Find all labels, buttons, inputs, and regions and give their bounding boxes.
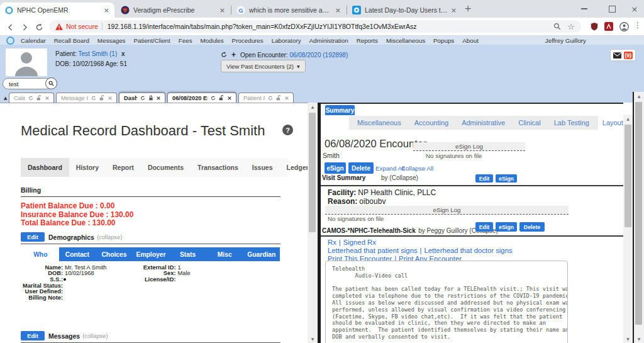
maximize-button[interactable] <box>601 0 623 18</box>
tab-refresh-icon[interactable] <box>28 96 33 101</box>
patient-close-icon[interactable]: x <box>121 50 125 57</box>
ublock-extension-icon[interactable] <box>590 22 599 33</box>
demo-tab-who[interactable]: Who <box>22 247 59 261</box>
scroll-up-arrow[interactable]: ▲ <box>623 115 633 123</box>
help-icon[interactable]: ? <box>282 125 293 135</box>
address-bar[interactable]: Not secure 192.168.1.19/interface/main/t… <box>49 20 581 33</box>
nav-item-messages[interactable]: Messages <box>97 37 126 44</box>
encounter-link-signed-rx[interactable]: Signed Rx <box>343 239 376 246</box>
search-input[interactable] <box>8 79 45 88</box>
delete-button[interactable]: Delete <box>348 162 374 174</box>
add-encounter-icon[interactable]: + <box>231 50 236 59</box>
tabs-overflow-icon[interactable]: ▲ <box>4 96 7 101</box>
scroll-up-arrow[interactable]: ▲ <box>308 103 318 111</box>
form-delete-button[interactable]: Delete <box>519 222 545 232</box>
tab-close-icon[interactable]: × <box>335 6 341 14</box>
browser-tab[interactable]: Gwhich is more sensitive amylase× <box>231 3 346 18</box>
nav-item-recall-board[interactable]: Recall Board <box>54 37 89 44</box>
category-link-administrative[interactable]: Administrative <box>462 119 505 127</box>
form-esign-button[interactable]: eSign <box>496 222 517 232</box>
tab-close-icon[interactable] <box>285 96 289 100</box>
visit-summary-by[interactable]: by (Collapse) <box>381 174 418 181</box>
demo-tab-contact[interactable]: Contact <box>59 247 96 261</box>
tab-refresh-icon[interactable] <box>140 96 145 101</box>
lock-closed-icon[interactable] <box>148 95 153 101</box>
scroll-down-arrow[interactable]: ▼ <box>308 335 318 343</box>
profile-avatar-icon[interactable] <box>619 22 629 34</box>
browser-tab[interactable]: Latest Day-to-Day Users topics× <box>347 3 462 18</box>
bookmark-star-icon[interactable]: ☆ <box>567 22 575 31</box>
user-name[interactable]: Jeffrey Guillory <box>545 37 586 44</box>
nav-item-calendar[interactable]: Calendar <box>21 37 46 44</box>
scroll-thumb[interactable] <box>635 102 642 325</box>
open-encounter-link[interactable]: 06/08/2020 (192898) <box>289 52 348 59</box>
close-button[interactable]: × <box>624 0 644 18</box>
tab-report[interactable]: Report <box>106 158 141 177</box>
nav-item-about[interactable]: About <box>462 37 479 44</box>
frame-tab-calendar[interactable]: Calendar <box>9 93 54 103</box>
page-scrollbar[interactable]: ▲ ▼ <box>634 92 644 343</box>
new-tab-button[interactable]: + <box>463 4 473 14</box>
category-link-miscellaneous[interactable]: Miscellaneous <box>357 119 401 127</box>
frame-tab-06-08-2020-encounter[interactable]: 06/08/2020 Encounter <box>167 93 236 103</box>
view-past-encounters-button[interactable]: View Past Encounters (2) ▼ <box>221 60 306 72</box>
reload-button[interactable] <box>34 22 44 32</box>
refresh-encounter-icon[interactable] <box>221 52 227 58</box>
left-scrollbar[interactable]: ▲ ▼ <box>308 103 318 343</box>
scroll-thumb[interactable] <box>309 113 316 232</box>
encounter-link-letterhead-that-doctor-signs[interactable]: Letterhead that doctor signs <box>425 247 513 254</box>
tab-issues[interactable]: Issues <box>245 158 280 177</box>
tab-close-icon[interactable]: × <box>219 6 225 14</box>
nav-item-miscellaneous[interactable]: Miscellaneous <box>386 37 425 44</box>
edit-messages-button[interactable]: Edit <box>21 331 45 340</box>
tab-close-icon[interactable]: × <box>104 6 109 14</box>
category-link-lab-testing[interactable]: Lab Testing <box>554 119 589 127</box>
url-text[interactable]: 192.168.1.19/interface/main/tabs/main.ph… <box>108 23 554 30</box>
tab-close-icon[interactable] <box>45 96 49 100</box>
browser-tab[interactable]: Veradigm ePrescribe× <box>116 3 230 18</box>
collapse-all-link[interactable]: Collapse All <box>401 165 433 172</box>
adobe-extension-icon[interactable] <box>604 22 613 33</box>
nav-item-reports[interactable]: Reports <box>357 37 378 44</box>
expand-all-link[interactable]: Expand All <box>375 165 404 172</box>
encounter-link-rx[interactable]: Rx <box>328 239 336 246</box>
frame-tab-dashboard[interactable]: Dashboard <box>119 93 165 103</box>
visit-esign-button[interactable]: eSign <box>496 174 517 183</box>
forward-button[interactable] <box>19 22 30 32</box>
frame-tab-message-center[interactable]: Message Center <box>56 93 117 103</box>
category-link-accounting[interactable]: Accounting <box>414 119 448 127</box>
scroll-thumb[interactable] <box>625 125 631 227</box>
nav-item-administration[interactable]: Administration <box>309 37 348 44</box>
form-edit-button[interactable]: Edit <box>475 222 493 232</box>
security-label[interactable]: Not secure <box>66 23 98 30</box>
nav-item-modules[interactable]: Modules <box>201 37 224 44</box>
tab-close-icon[interactable] <box>108 96 112 100</box>
demo-tab-choices[interactable]: Choices <box>96 247 133 261</box>
nav-item-procedures[interactable]: Procedures <box>232 37 264 44</box>
nav-item-fees[interactable]: Fees <box>179 37 192 44</box>
tab-close-icon[interactable] <box>228 96 231 100</box>
scroll-down-arrow[interactable]: ▼ <box>623 335 633 343</box>
tab-history[interactable]: History <box>69 158 106 177</box>
tab-documents[interactable]: Documents <box>141 158 191 177</box>
tab-transactions[interactable]: Transactions <box>191 158 245 177</box>
lock-open-icon[interactable] <box>276 95 282 101</box>
tab-refresh-icon[interactable] <box>211 96 216 101</box>
minimize-button[interactable] <box>574 0 595 18</box>
scroll-up-arrow[interactable]: ▲ <box>634 92 644 100</box>
tab-refresh-icon[interactable] <box>268 96 273 101</box>
nav-item-laboratory[interactable]: Laboratory <box>272 37 301 44</box>
scroll-down-arrow[interactable]: ▼ <box>634 335 644 343</box>
lock-open-icon[interactable] <box>219 95 225 101</box>
browser-menu-icon[interactable]: ⋮ <box>634 21 641 30</box>
encounter-link-letterhead-that-patient-signs[interactable]: Letterhead that patient signs <box>328 247 418 254</box>
lock-open-icon[interactable] <box>36 95 42 101</box>
demo-tab-employer[interactable]: Employer <box>133 247 170 261</box>
demographics-collapse-link[interactable]: (collapse) <box>97 234 122 240</box>
browser-tab[interactable]: NPHC OpenEMR× <box>0 3 114 18</box>
tab-summary[interactable]: Summary <box>325 105 355 115</box>
tab-close-icon[interactable] <box>157 96 160 100</box>
encounter-scrollbar[interactable]: ▲ ▼ <box>623 115 633 343</box>
demo-tab-misc[interactable]: Misc <box>206 247 243 261</box>
category-link-clinical[interactable]: Clinical <box>518 119 540 127</box>
